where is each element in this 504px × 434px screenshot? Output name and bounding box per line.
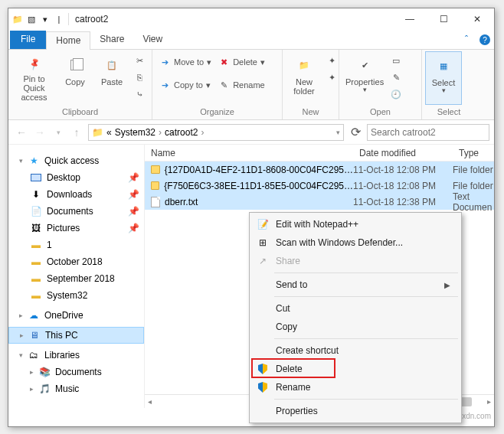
window-title: catroot2 — [69, 14, 393, 24]
copy-button[interactable]: Copy — [57, 51, 93, 105]
recent-locations-icon[interactable]: ▾ — [50, 124, 67, 141]
column-headers[interactable]: Name Date modified Type — [145, 145, 494, 162]
sidebar-item-documents[interactable]: 📄Documents📌 — [8, 203, 144, 220]
copy-to-button[interactable]: ➔Copy to ▾ — [157, 77, 213, 93]
music-icon: 🎵 — [38, 383, 51, 395]
ctx-rename[interactable]: Rename — [251, 378, 460, 396]
save-icon[interactable]: ▧ — [25, 13, 38, 25]
scroll-right-icon[interactable]: ▸ — [487, 397, 491, 406]
sidebar-item-october-2018[interactable]: ▬October 2018 — [8, 253, 144, 270]
sidebar-item-1[interactable]: ▬1 — [8, 237, 144, 253]
chevron-right-icon[interactable]: › — [201, 127, 204, 138]
close-button[interactable]: ✕ — [460, 8, 494, 30]
ribbon: 📌 Pin to Quickaccess Copy 📋 Paste ✂ ⎘ ⤷ … — [8, 50, 494, 120]
cut-button[interactable]: ✂ — [132, 53, 147, 68]
chevron-right-icon[interactable]: ▸ — [20, 331, 24, 339]
breadcrumb-seg[interactable]: catroot2 — [165, 127, 198, 138]
chevron-down-icon[interactable]: ▾ — [19, 351, 23, 359]
tab-home[interactable]: Home — [46, 31, 90, 50]
libraries-icon: 🗂 — [28, 349, 40, 361]
col-date[interactable]: Date modified — [353, 148, 453, 158]
search-input[interactable] — [371, 127, 486, 138]
delete-button[interactable]: ✖Delete ▾ — [216, 54, 267, 70]
file-rows: {127D0A1D-4EF2-11D1-8608-00C04FC295… 11-… — [145, 162, 494, 210]
address-dropdown-icon[interactable]: ▾ — [336, 129, 340, 136]
address-bar[interactable]: 📁 « System32 › catroot2 › ▾ — [88, 124, 344, 141]
notepadpp-icon: 📝 — [256, 217, 270, 231]
shield-icon — [256, 380, 270, 394]
pin-icon: 📌 — [128, 172, 139, 183]
ctx-properties[interactable]: Properties — [251, 402, 460, 420]
history-button[interactable]: 🕘 — [388, 86, 404, 102]
chevron-right-icon[interactable]: ▸ — [30, 385, 34, 393]
edit-button[interactable]: ✎ — [388, 70, 404, 85]
ctx-share: ↗Share — [251, 252, 460, 270]
up-button[interactable]: ↑ — [68, 124, 85, 141]
open-button[interactable]: ▭ — [388, 53, 404, 68]
breadcrumb-seg[interactable]: System32 — [115, 127, 155, 138]
new-folder-button[interactable]: 📁 Newfolder — [286, 51, 322, 105]
folder-icon: 📁 — [92, 127, 103, 138]
sidebar-item-system32[interactable]: ▬System32 — [8, 287, 144, 304]
shield-icon — [256, 362, 270, 376]
ctx-cut[interactable]: Cut — [251, 299, 460, 318]
sidebar-lib-music[interactable]: ▸🎵Music — [8, 380, 144, 397]
table-row[interactable]: dberr.txt 11-Oct-18 12:38 PM Text Docume… — [145, 194, 494, 210]
chevron-down-icon[interactable]: ▾ — [19, 157, 23, 165]
ctx-create-shortcut[interactable]: Create shortcut — [251, 341, 460, 360]
ctx-send-to[interactable]: Send to▶ — [251, 276, 460, 294]
share-icon: ↗ — [256, 254, 270, 268]
refresh-button[interactable]: ⟳ — [347, 124, 364, 141]
shortcut-icon: ⤷ — [133, 88, 146, 100]
qat-dropdown-icon[interactable]: ▾ — [39, 13, 51, 25]
properties-button[interactable]: ✔ Properties ▾ — [342, 51, 387, 105]
tab-file[interactable]: File — [10, 31, 46, 49]
paste-button[interactable]: 📋 Paste — [93, 51, 130, 105]
sidebar-onedrive[interactable]: ▸☁OneDrive — [8, 307, 144, 324]
chevron-right-icon: ▶ — [444, 281, 450, 289]
copy-path-button[interactable]: ⎘ — [132, 70, 147, 85]
sidebar-item-pictures[interactable]: 🖼Pictures📌 — [8, 220, 144, 237]
group-new-label: New — [286, 106, 335, 118]
easy-access-button[interactable]: ✦ — [324, 70, 339, 85]
search-box[interactable] — [367, 124, 489, 141]
vertical-scrollbar[interactable] — [481, 145, 494, 394]
paste-shortcut-button[interactable]: ⤷ — [132, 86, 147, 102]
chevron-right-icon[interactable]: › — [159, 127, 162, 138]
ctx-edit-notepadpp[interactable]: 📝Edit with Notepad++ — [251, 215, 460, 233]
ctx-copy[interactable]: Copy — [251, 318, 460, 336]
sidebar-this-pc[interactable]: ▸🖥This PC — [8, 327, 144, 344]
forward-button[interactable]: → — [31, 124, 48, 141]
maximize-button[interactable]: ☐ — [427, 8, 460, 30]
tab-view[interactable]: View — [133, 31, 172, 49]
rename-button[interactable]: ✎Rename — [216, 77, 267, 93]
scroll-left-icon[interactable]: ◂ — [148, 397, 152, 406]
ctx-delete[interactable]: Delete — [251, 360, 460, 378]
chevron-right-icon[interactable]: ▸ — [30, 368, 34, 376]
chevron-right-icon[interactable]: ▸ — [19, 312, 23, 319]
ctx-scan-defender[interactable]: ⊞Scan with Windows Defender... — [251, 233, 460, 252]
documents-icon: 📄 — [30, 205, 42, 217]
col-name[interactable]: Name — [145, 148, 353, 158]
pin-to-quick-access-button[interactable]: 📌 Pin to Quickaccess — [11, 51, 57, 105]
folder-icon: ▬ — [30, 272, 42, 285]
address-bar-row: ← → ▾ ↑ 📁 « System32 › catroot2 › ▾ ⟳ — [8, 120, 494, 145]
sidebar-quick-access[interactable]: ▾★Quick access — [8, 152, 144, 169]
sidebar-item-downloads[interactable]: ⬇Downloads📌 — [8, 186, 144, 203]
collapse-ribbon-icon[interactable]: ˆ — [457, 31, 476, 49]
sidebar-item-desktop[interactable]: Desktop📌 — [8, 169, 144, 186]
navigation-pane[interactable]: ▾★Quick access Desktop📌 ⬇Downloads📌 📄Doc… — [8, 145, 145, 408]
sidebar-lib-documents[interactable]: ▸📚Documents — [8, 364, 144, 380]
tab-share[interactable]: Share — [90, 31, 133, 49]
help-button[interactable]: ? — [476, 31, 494, 49]
divider: | — [53, 13, 65, 25]
sidebar-item-september-2018[interactable]: ▬September 2018 — [8, 270, 144, 287]
move-to-button[interactable]: ➔Move to ▾ — [157, 54, 213, 70]
select-button[interactable]: ▦ Select ▾ — [425, 51, 462, 105]
new-item-button[interactable]: ✦ — [324, 53, 339, 68]
back-button[interactable]: ← — [13, 124, 30, 141]
table-row[interactable]: {F750E6C3-38EE-11D1-85E5-00C04FC295… 11-… — [145, 178, 494, 194]
sidebar-libraries[interactable]: ▾🗂Libraries — [8, 347, 144, 364]
table-row[interactable]: {127D0A1D-4EF2-11D1-8608-00C04FC295… 11-… — [145, 162, 494, 178]
minimize-button[interactable]: — — [393, 8, 427, 30]
